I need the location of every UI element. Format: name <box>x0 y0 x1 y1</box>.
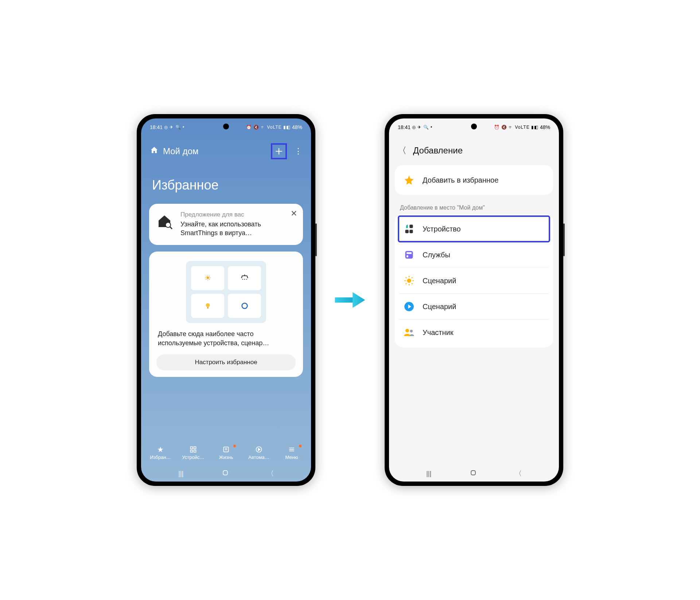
row-member[interactable]: Участник <box>398 319 549 345</box>
svg-line-31 <box>406 283 407 284</box>
phone-camera-hole <box>471 124 477 129</box>
nav-menu[interactable]: Меню <box>275 445 308 460</box>
phone-side-button <box>315 223 317 256</box>
row-scenario-sun-label: Сценарий <box>423 277 456 285</box>
sys-back-button[interactable]: 〈 <box>515 469 522 478</box>
nav-automation-label: Автома… <box>248 455 269 460</box>
promo-tile-bulb <box>191 294 224 318</box>
svg-rect-8 <box>194 450 196 452</box>
svg-rect-17 <box>335 297 353 303</box>
notification-dot-icon <box>233 445 236 447</box>
phone-camera-hole <box>223 124 229 129</box>
more-options-button[interactable]: ⋮ <box>294 147 302 156</box>
configure-favorites-button[interactable]: Настроить избранное <box>156 354 296 370</box>
status-right-icons: ⏰ 🔇 ᯤ VoLTE ▮◧ <box>246 125 291 130</box>
sys-home-button[interactable] <box>470 469 477 478</box>
app-header: Мой дом ⋮ <box>141 132 311 167</box>
screen-smartthings-home: 18:41 ◎ ✈ 🔍 • ⏰ 🔇 ᯤ VoLTE ▮◧ 48% Мой дом… <box>141 118 311 482</box>
svg-point-35 <box>410 330 413 333</box>
star-icon <box>403 174 415 186</box>
promo-graphic: ☀ <box>186 261 266 323</box>
row-scenario-sun[interactable]: Сценарий <box>398 268 549 293</box>
nav-menu-label: Меню <box>285 455 298 460</box>
svg-rect-36 <box>471 471 475 475</box>
nav-devices[interactable]: Устройс… <box>177 445 210 460</box>
svg-point-2 <box>206 303 210 307</box>
add-button[interactable] <box>271 143 287 159</box>
row-device-label: Устройство <box>423 225 461 233</box>
svg-point-0 <box>166 222 171 227</box>
back-button[interactable]: 〈 <box>398 145 407 156</box>
svg-rect-19 <box>405 230 409 233</box>
device-grid-icon <box>403 223 415 235</box>
close-icon[interactable]: ✕ <box>291 209 297 218</box>
sys-home-button[interactable] <box>222 469 229 478</box>
nav-favorites-label: Избран… <box>150 455 171 460</box>
section-add-items: Устройство Службы Сценарий <box>395 214 553 347</box>
grid-icon <box>190 445 197 453</box>
svg-rect-21 <box>405 251 413 259</box>
nav-favorites[interactable]: ★ Избран… <box>144 445 177 460</box>
svg-line-30 <box>412 283 412 284</box>
home-icon <box>150 146 159 157</box>
svg-rect-5 <box>191 447 193 449</box>
promo-card: ☀ Добавьте сюда наиболее часто используе… <box>149 252 303 377</box>
page-title: Добавление <box>413 145 463 156</box>
phone-frame-right: 18:41 ◎ ✈ 🔍 • ⏰ 🔇 ᯤ VoLTE ▮◧ 48% 〈 Добав… <box>385 114 563 486</box>
row-add-favorite[interactable]: Добавить в избранное <box>398 167 549 193</box>
status-right-icons: ⏰ 🔇 ᯤ VoLTE ▮◧ <box>494 125 538 130</box>
sys-back-button[interactable]: 〈 <box>267 469 274 478</box>
nav-life[interactable]: Жизнь <box>210 445 242 460</box>
system-nav-bar: ||| 〈 <box>389 465 559 482</box>
row-member-label: Участник <box>423 328 453 337</box>
sys-recents-button[interactable]: ||| <box>178 470 183 478</box>
svg-rect-16 <box>223 471 228 475</box>
status-time: 18:41 <box>398 124 411 130</box>
promo-text: Добавьте сюда наиболее часто используемы… <box>156 330 296 348</box>
phone-side-button <box>563 223 565 256</box>
menu-icon <box>288 445 295 453</box>
star-icon: ★ <box>157 445 164 453</box>
add-content: Добавить в избранное Добавление в место … <box>389 165 559 465</box>
page-header: 〈 Добавление <box>389 132 559 165</box>
row-services[interactable]: Службы <box>398 242 549 268</box>
row-device[interactable]: Устройство <box>398 216 549 242</box>
bottom-nav: ★ Избран… Устройс… Жизнь Автом <box>141 439 311 465</box>
svg-rect-3 <box>207 307 209 308</box>
suggestion-home-search-icon <box>154 211 175 231</box>
svg-line-1 <box>170 227 172 229</box>
screen-add-menu: 18:41 ◎ ✈ 🔍 • ⏰ 🔇 ᯤ VoLTE ▮◧ 48% 〈 Добав… <box>389 118 559 482</box>
status-battery: 48% <box>540 124 550 130</box>
home-content: Предложение для вас Узнайте, как использ… <box>141 204 311 439</box>
home-selector[interactable]: Мой дом <box>150 146 199 157</box>
row-scenario-play-label: Сценарий <box>423 303 456 311</box>
system-nav-bar: ||| 〈 <box>141 465 311 482</box>
row-add-favorite-label: Добавить в избранное <box>423 176 498 184</box>
status-left-icons: ◎ ✈ 🔍 • <box>164 125 184 130</box>
svg-rect-18 <box>409 225 413 228</box>
suggestion-label: Предложение для вас <box>180 211 296 218</box>
svg-point-24 <box>407 278 411 283</box>
services-icon <box>403 249 415 261</box>
favorites-title: Избранное <box>141 167 311 204</box>
nav-life-label: Жизнь <box>219 455 233 460</box>
svg-rect-20 <box>409 230 413 233</box>
row-scenario-play[interactable]: Сценарий <box>398 293 549 319</box>
section-favorite: Добавить в избранное <box>395 165 553 195</box>
nav-automation[interactable]: Автома… <box>242 445 275 460</box>
arrow-right-icon <box>334 289 366 311</box>
svg-line-29 <box>406 277 407 278</box>
status-time: 18:41 <box>150 124 163 130</box>
suggestion-text: Узнайте, как использовать SmartThings в … <box>180 220 296 238</box>
svg-point-4 <box>242 303 247 308</box>
row-services-label: Службы <box>423 251 450 259</box>
nav-devices-label: Устройс… <box>182 455 204 460</box>
suggestion-card[interactable]: Предложение для вас Узнайте, как использ… <box>149 204 303 245</box>
notification-dot-icon <box>299 445 302 447</box>
phone-frame-left: 18:41 ◎ ✈ 🔍 • ⏰ 🔇 ᯤ VoLTE ▮◧ 48% Мой дом… <box>137 114 315 486</box>
svg-rect-23 <box>407 255 408 257</box>
sun-icon <box>403 274 415 287</box>
play-circle-icon <box>255 445 262 453</box>
news-icon <box>222 445 230 453</box>
sys-recents-button[interactable]: ||| <box>426 470 431 478</box>
